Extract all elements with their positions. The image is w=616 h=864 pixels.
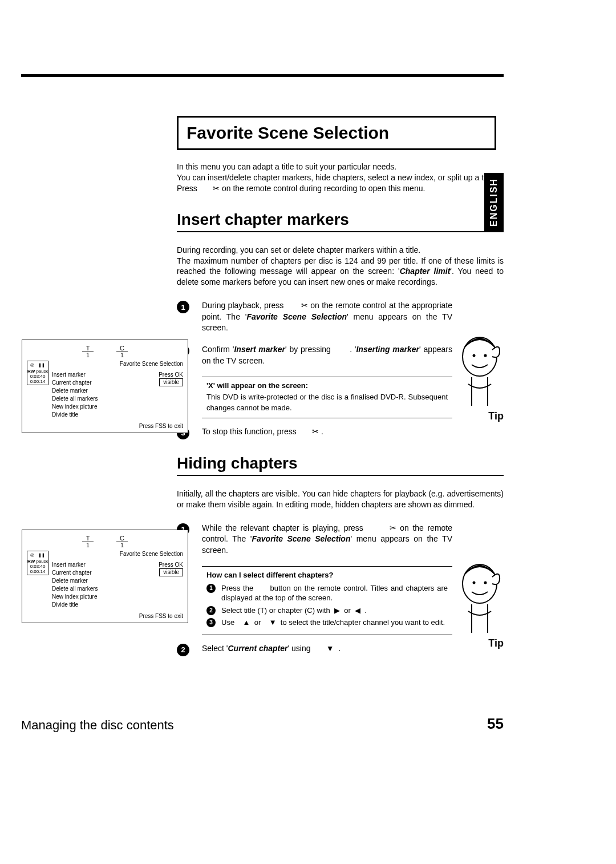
insert-marker-em: Insert marker (234, 345, 285, 354)
top-rule (21, 74, 504, 77)
tv-menu-divide-title: Divide title (52, 410, 183, 418)
play-left-icon: ◀ (355, 606, 360, 615)
t: New index picture (52, 594, 97, 600)
tc-header: T C (27, 345, 183, 352)
c-value: 1 (116, 542, 128, 548)
tv-panel-1: T C 1 1 ◎ ❚❚ RW pause 0:03:40 0:00:14 Fa… (22, 340, 188, 433)
pause-label: pause (36, 369, 48, 374)
t: Select ' (202, 644, 228, 653)
t: Current chapter (52, 570, 91, 576)
main-column: Favorite Scene Selection In this menu yo… (177, 116, 504, 667)
t: During playback, press (202, 301, 283, 310)
t: . (338, 644, 341, 653)
t: . (321, 427, 323, 436)
step-body: Confirm 'Insert marker' by pressing . 'I… (202, 344, 452, 366)
tv-status-box: ◎ ❚❚ RW pause 0:03:40 0:00:14 (27, 361, 48, 385)
up-icon: ▲ (243, 618, 250, 627)
t: ' using (288, 644, 311, 653)
fss-em: Favorite Scene Selection (252, 534, 350, 543)
rw-label: RW (27, 369, 35, 374)
page-title: Favorite Scene Selection (187, 123, 487, 143)
tv-menu: Favorite Scene Selection Insert markerPr… (52, 361, 183, 429)
tv-menu-insert-marker: Insert markerPress OK (52, 560, 183, 568)
mini-step-2: 2 Select title (T) or chapter (C) with ▶… (206, 605, 448, 616)
t: Press OK (159, 372, 183, 378)
time-elapsed: 0:03:40 (27, 374, 48, 379)
scissors-icon: ✂ (390, 524, 396, 532)
down-icon: ▼ (269, 618, 277, 627)
svg-point-3 (463, 564, 497, 603)
t: Delete marker (52, 387, 88, 394)
hide-step-2: 2 Select 'Current chapter' using ▼ . (177, 643, 504, 656)
t-label: T (82, 345, 94, 352)
svg-point-1 (473, 354, 476, 357)
inserting-marker-em: Inserting marker (356, 345, 419, 354)
tip-cartoon-icon (458, 329, 501, 409)
t: While the relevant chapter is playing, p… (202, 523, 363, 532)
tv-footer: Press FSS to exit (52, 613, 183, 619)
tv-menu-delete-marker: Delete marker (52, 386, 183, 394)
tv-menu: Favorite Scene Selection Insert markerPr… (52, 551, 183, 619)
tip-figure-2: Tip (458, 556, 504, 649)
step-number-icon: 1 (177, 301, 189, 313)
visible-badge: visible (159, 378, 183, 386)
t: Select title (T) or chapter (C) with (221, 606, 330, 615)
c-value: 1 (116, 352, 128, 358)
x-tip-box: 'X' will appear on the screen: This DVD … (202, 377, 452, 418)
time-counter: 0:00:14 (27, 569, 48, 574)
mini-steps: 1 Press the button on the remote control… (206, 583, 448, 628)
intro-line2: You can insert/delete chapter markers, h… (177, 173, 496, 182)
insert-step-2: 2 Confirm 'Insert marker' by pressing . … (177, 344, 504, 366)
t: or (344, 606, 351, 615)
t: button on the remote control. Titles and… (221, 584, 448, 603)
tv-menu-current-chapter: Current chaptervisible (52, 378, 183, 386)
tv-menu-delete-all-markers: Delete all markers (52, 584, 183, 592)
pause-icon: ❚❚ (38, 363, 45, 368)
tip-figure-1: Tip (458, 329, 504, 422)
t: Press OK (159, 562, 183, 568)
step-body: To stop this function, press ✂ . (202, 426, 504, 438)
stop-icon: ◎ (30, 362, 34, 368)
mini-step-1: 1 Press the button on the remote control… (206, 583, 448, 603)
step-body: While the relevant chapter is playing, p… (202, 523, 452, 556)
tv-footer: Press FSS to exit (52, 423, 183, 429)
tc-values: 1 1 (27, 542, 183, 548)
intro-line1: In this menu you can adapt a title to su… (177, 162, 396, 171)
select-chapter-tip-box: How can I select different chapters? 1 P… (202, 566, 452, 635)
t: ' by pressing (285, 345, 331, 354)
t: Select title (T) or chapter (C) with ▶ o… (221, 605, 448, 616)
step-number-icon: 1 (206, 584, 216, 593)
page-root: ENGLISH Favorite Scene Selection In this… (0, 0, 616, 864)
tv-menu-divide-title: Divide title (52, 600, 183, 608)
t: Insert marker (52, 562, 86, 568)
intro-line3b: on the remote control during recording t… (222, 184, 425, 193)
current-chapter-em: Current chapter (228, 644, 287, 653)
pause-label: pause (36, 559, 48, 564)
stop-icon: ◎ (30, 552, 34, 558)
tv-menu-current-chapter: Current chaptervisible (52, 568, 183, 576)
t: Insert marker (52, 372, 86, 378)
step-number-icon: 2 (206, 606, 216, 615)
time-elapsed: 0:03:40 (27, 564, 48, 569)
time-counter: 0:00:14 (27, 379, 48, 384)
h1-box: Favorite Scene Selection (177, 116, 496, 150)
c-label: C (116, 535, 128, 542)
t: Use ▲ or ▼ to select the title/chapter c… (221, 617, 448, 628)
tv-status-box: ◎ ❚❚ RW pause 0:03:40 0:00:14 (27, 551, 48, 575)
down-icon: ▼ (326, 644, 334, 653)
t: or (254, 618, 261, 627)
tv-menu-insert-marker: Insert markerPress OK (52, 370, 183, 378)
t: Divide title (52, 601, 78, 608)
section-insert-title: Insert chapter markers (177, 211, 504, 232)
footer-section-title: Managing the disc contents (21, 718, 174, 733)
t: To stop this function, press (202, 427, 297, 436)
page-number: 55 (487, 715, 504, 733)
tv-menu-title: Favorite Scene Selection (52, 361, 183, 367)
t: New index picture (52, 403, 97, 410)
mini-step-3: 3 Use ▲ or ▼ to select the title/chapter… (206, 617, 448, 628)
insert-para-a: During recording, you can set or delete … (177, 245, 420, 255)
tip-label: Tip (458, 410, 504, 422)
insert-paragraph: During recording, you can set or delete … (177, 245, 504, 288)
rw-label: RW (27, 559, 35, 564)
chapter-limit-em: Chapter limit (400, 267, 451, 276)
